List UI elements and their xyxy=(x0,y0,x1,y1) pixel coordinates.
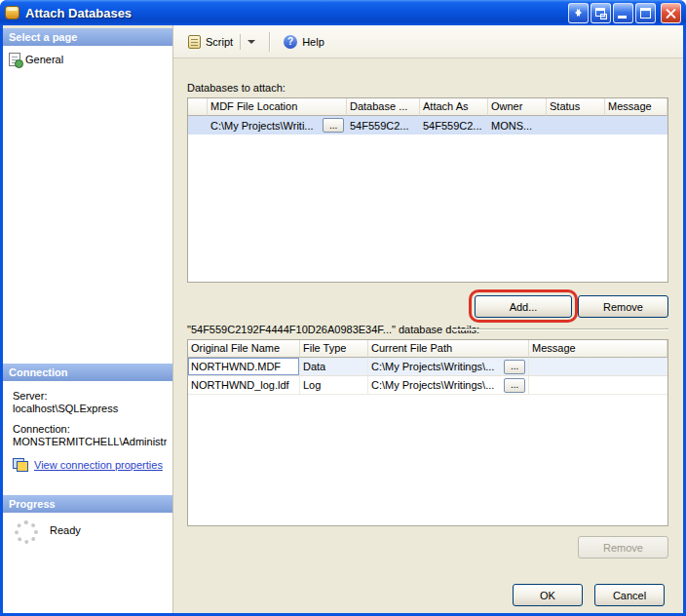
titlebar[interactable]: Attach Databases xyxy=(0,0,686,25)
database-details-grid: Original File Name File Type Current Fil… xyxy=(187,339,668,526)
maximize-icon xyxy=(640,8,651,19)
ok-button[interactable]: OK xyxy=(513,584,583,606)
details-remove-button: Remove xyxy=(578,536,668,558)
attach-as-cell[interactable]: 54F559C2... xyxy=(420,116,488,135)
progress-spinner-icon xyxy=(15,520,38,544)
grid-header-row: MDF File Location Database ... Attach As… xyxy=(188,98,667,116)
database-icon xyxy=(5,6,19,19)
connection-label: Connection: xyxy=(13,423,167,436)
column-header-status[interactable]: Status xyxy=(547,98,605,116)
dialog-body: Select a page General Connection Server:… xyxy=(3,25,683,613)
chevron-down-icon[interactable] xyxy=(248,40,255,48)
sidebar-item-label: General xyxy=(25,54,63,65)
details-group-divider xyxy=(452,328,668,330)
table-row[interactable]: C:\My Projects\Writi... ... 54F559C2... … xyxy=(188,116,667,135)
pages-panel: General xyxy=(3,46,172,364)
help-button-label: Help xyxy=(302,36,324,48)
server-value: localhost\SQLExpress xyxy=(13,403,167,415)
message-cell[interactable] xyxy=(605,116,667,135)
script-icon xyxy=(188,35,201,49)
column-header-message[interactable]: Message xyxy=(529,340,667,358)
minimize-button[interactable] xyxy=(613,3,633,23)
file-type-cell[interactable]: Log xyxy=(300,376,368,394)
original-file-name-cell[interactable]: NORTHWND_log.ldf xyxy=(188,376,300,394)
window-shadow-icon xyxy=(600,14,607,19)
browse-mdf-button[interactable]: ... xyxy=(323,118,344,133)
column-header-attach-as[interactable]: Attach As xyxy=(420,98,488,116)
database-details-label: "54F559C2192F4444F10D26A0983E34F..." dat… xyxy=(187,324,479,335)
column-header-message[interactable]: Message xyxy=(605,98,667,116)
column-header-mdf-file-location[interactable]: MDF File Location xyxy=(208,98,347,116)
remove-button[interactable]: Remove xyxy=(578,295,668,318)
script-button[interactable]: Script xyxy=(181,30,262,54)
select-a-page-header: Select a page xyxy=(3,28,172,46)
file-type-cell[interactable]: Data xyxy=(300,358,368,375)
column-header-database[interactable]: Database ... xyxy=(347,98,420,116)
progress-panel: Ready xyxy=(3,513,172,613)
add-button[interactable]: Add... xyxy=(475,295,572,318)
attach-databases-dialog: Attach Databases Sele xyxy=(0,0,686,616)
minimize-icon xyxy=(618,16,627,19)
databases-to-attach-grid: MDF File Location Database ... Attach As… xyxy=(187,97,668,283)
column-header-owner[interactable]: Owner xyxy=(488,98,547,116)
maximize-button[interactable] xyxy=(635,3,656,23)
script-dropdown-separator xyxy=(240,34,241,50)
sidebar-item-general[interactable]: General xyxy=(7,52,169,67)
mdf-file-location-text: C:\My Projects\Writi... xyxy=(210,120,314,132)
titlebar-buttons xyxy=(568,3,681,23)
view-connection-properties-link[interactable]: View connection properties xyxy=(34,459,163,472)
message-cell[interactable] xyxy=(529,358,667,375)
browse-path-button[interactable]: ... xyxy=(504,360,525,374)
window-title: Attach Databases xyxy=(25,6,132,20)
owner-cell[interactable]: MONS... xyxy=(488,116,547,135)
connection-value: MONSTERMITCHELL\Administra xyxy=(13,436,167,448)
connection-properties-icon xyxy=(13,458,28,472)
sidebar: Select a page General Connection Server:… xyxy=(3,25,173,613)
browse-path-button[interactable]: ... xyxy=(504,378,525,393)
current-file-path-cell[interactable]: C:\My Projects\Writings\... ... xyxy=(368,358,529,375)
table-row[interactable]: NORTHWND_log.ldf Log C:\My Projects\Writ… xyxy=(188,376,667,395)
column-header-current-file-path[interactable]: Current File Path xyxy=(368,340,529,358)
message-cell[interactable] xyxy=(529,376,667,394)
current-file-path-text: C:\My Projects\Writings\... xyxy=(371,361,494,372)
progress-header: Progress xyxy=(3,495,172,513)
help-button[interactable]: Help xyxy=(277,30,331,54)
cancel-button[interactable]: Cancel xyxy=(594,584,665,606)
current-file-path-cell[interactable]: C:\My Projects\Writings\... ... xyxy=(368,376,529,394)
current-file-path-text: C:\My Projects\Writings\... xyxy=(371,379,494,391)
mdf-file-location-cell[interactable]: C:\My Projects\Writi... ... xyxy=(208,116,347,135)
table-row[interactable]: NORTHWND.MDF Data C:\My Projects\Writing… xyxy=(188,358,667,376)
databases-to-attach-label: Databases to attach: xyxy=(187,82,286,94)
column-header-file-type[interactable]: File Type xyxy=(300,340,368,358)
arrow-right-icon xyxy=(577,9,586,17)
progress-status: Ready xyxy=(50,524,81,536)
general-page-icon xyxy=(9,53,20,66)
close-button[interactable] xyxy=(661,3,681,23)
server-label: Server: xyxy=(13,390,167,403)
row-selector-cell[interactable] xyxy=(188,116,208,135)
script-button-label: Script xyxy=(206,36,233,48)
toolbar-separator xyxy=(269,32,270,52)
original-file-name-cell[interactable]: NORTHWND.MDF xyxy=(188,358,300,375)
main-panel: Script Help Databases to attach: MDF Fil… xyxy=(173,25,683,613)
connection-header: Connection xyxy=(3,364,172,381)
connection-panel: Server: localhost\SQLExpress Connection:… xyxy=(3,381,172,495)
database-cell[interactable]: 54F559C2... xyxy=(347,116,420,135)
dock-arrows-button[interactable] xyxy=(568,3,589,23)
status-cell[interactable] xyxy=(547,116,605,135)
help-icon xyxy=(284,35,297,49)
toolbar: Script Help xyxy=(173,25,683,58)
column-header-selector[interactable] xyxy=(188,98,208,116)
grid-header-row: Original File Name File Type Current Fil… xyxy=(188,340,667,358)
float-window-button[interactable] xyxy=(591,3,611,23)
column-header-original-file-name[interactable]: Original File Name xyxy=(188,340,300,358)
